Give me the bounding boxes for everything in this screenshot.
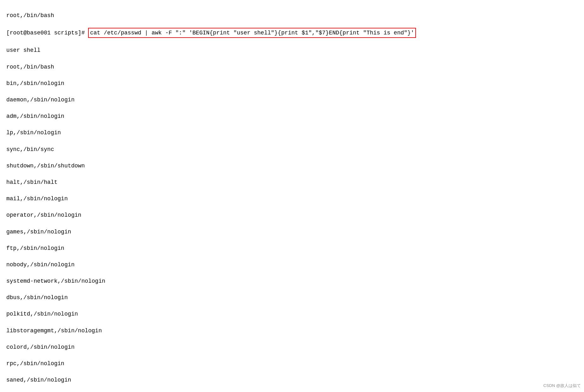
terminal-line-user-shell: user shell — [6, 47, 40, 53]
terminal-line-17: dbus,/sbin/nologin — [6, 294, 68, 301]
terminal-line-9: shutdown,/sbin/shutdown — [6, 163, 85, 169]
terminal-line-6: adm,/sbin/nologin — [6, 113, 64, 119]
terminal-line-8: sync,/bin/sync — [6, 146, 54, 153]
terminal-line-20: colord,/sbin/nologin — [6, 344, 75, 350]
terminal-line-13: games,/sbin/nologin — [6, 229, 71, 235]
terminal-output: root,/bin/bash [root@base001 scripts]# c… — [6, 3, 578, 392]
terminal-line-3: root,/bin/bash — [6, 64, 54, 70]
terminal-line-14: ftp,/sbin/nologin — [6, 245, 64, 251]
terminal-line-0: root,/bin/bash — [6, 12, 54, 19]
terminal-line-12: operator,/sbin/nologin — [6, 212, 81, 218]
terminal-line-5: daemon,/sbin/nologin — [6, 97, 75, 103]
terminal-line-16: systemd-network,/sbin/nologin — [6, 278, 105, 284]
terminal-line-7: lp,/sbin/nologin — [6, 130, 61, 136]
terminal-line-10: halt,/sbin/halt — [6, 179, 57, 185]
terminal-line-15: nobody,/sbin/nologin — [6, 262, 75, 268]
terminal-line-18: polkitd,/sbin/nologin — [6, 311, 78, 317]
terminal-line-21: rpc,/sbin/nologin — [6, 360, 64, 367]
terminal-line-19: libstoragemgmt,/sbin/nologin — [6, 328, 102, 334]
prompt-1: [root@base001 scripts]# — [6, 30, 88, 36]
terminal-line-22: saned,/sbin/nologin — [6, 377, 71, 383]
command-highlighted: cat /etc/passwd | awk -F ":" 'BEGIN{prin… — [88, 28, 416, 38]
terminal-line-11: mail,/sbin/nologin — [6, 196, 68, 202]
terminal-line-4: bin,/sbin/nologin — [6, 80, 64, 87]
watermark: CSDN @故人は似て — [543, 383, 581, 389]
